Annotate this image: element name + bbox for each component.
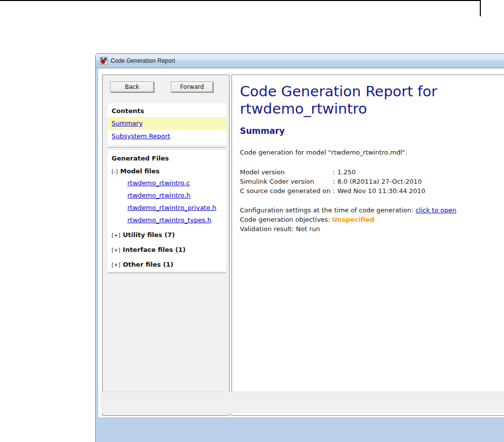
info-row-generated-on: C source code generated on:Wed Nov 10 11… <box>240 186 504 196</box>
sidebar-separator <box>108 147 226 148</box>
info-colon: : <box>333 186 335 196</box>
info-colon: : <box>333 167 335 177</box>
report-sidebar: Back Forward Contents Summary Subsystem … <box>102 75 230 416</box>
summary-info-table: Model version:1.250 Simulink Coder versi… <box>240 167 504 196</box>
page-border-top <box>0 0 481 1</box>
status-bar <box>101 392 504 413</box>
click-to-open-link[interactable]: click to open <box>416 206 457 214</box>
validation-result-line: Validation result: Not run <box>240 224 504 234</box>
file-link-rtwdemo-rtwintro-private-h[interactable]: rtwdemo_rtwintro_private.h <box>127 202 226 214</box>
expand-toggle-icon[interactable]: [+] <box>112 262 120 268</box>
file-link-rtwdemo-rtwintro-c[interactable]: rtwdemo_rtwintro.c <box>127 177 226 190</box>
info-row-coder-version: Simulink Coder version:8.0 (R2011a) 27-O… <box>240 177 504 186</box>
tree-group-interface-files: [+] Interface files (1) <box>108 241 226 256</box>
generated-files-panel: Generated Files [-] Model files rtwdemo_… <box>108 150 226 271</box>
simulink-report-icon <box>100 57 108 65</box>
code-generation-report-window: Code Generation Report Back Forward Cont… <box>95 53 504 442</box>
summary-intro-text: Code generation for model "rtwdemo_rtwin… <box>240 148 504 157</box>
tree-group-other-files: [+] Other files (1) <box>108 256 226 271</box>
file-link-rtwdemo-rtwintro-h[interactable]: rtwdemo_rtwintro.h <box>127 190 226 202</box>
objectives-line: Code generation objectives:Unspecified <box>240 215 504 224</box>
window-title: Code Generation Report <box>111 57 175 64</box>
tree-group-model-files: [-] Model files <box>108 164 226 177</box>
window-titlebar[interactable]: Code Generation Report <box>96 54 504 68</box>
info-label: C source code generated on <box>240 186 333 196</box>
tree-group-label: Model files <box>120 167 160 175</box>
summary-section-heading: Summary <box>240 126 504 136</box>
info-value: Wed Nov 10 11:30:44 2010 <box>337 186 425 196</box>
contents-heading: Contents <box>108 105 226 117</box>
expand-toggle-icon[interactable]: [+] <box>112 247 120 253</box>
file-link-rtwdemo-rtwintro-types-h[interactable]: rtwdemo_rtwintro_types.h <box>127 214 226 227</box>
objectives-label: Code generation objectives: <box>240 216 330 223</box>
sidebar-separator <box>108 273 226 273</box>
configuration-settings-line: Configuration settings at the time of co… <box>240 205 504 215</box>
contents-panel: Contents Summary Subsystem Report <box>108 103 226 145</box>
expand-toggle-icon[interactable]: [+] <box>112 232 120 239</box>
info-colon: : <box>333 177 335 186</box>
page-border-right <box>480 0 481 16</box>
window-client-area: Back Forward Contents Summary Subsystem … <box>98 69 504 417</box>
generated-files-heading: Generated Files <box>108 153 226 164</box>
tree-group-utility-files: [+] Utility files (7) <box>108 227 226 241</box>
contents-link-subsystem-report[interactable]: Subsystem Report <box>108 130 226 143</box>
info-label: Model version <box>240 167 333 177</box>
contents-link-summary[interactable]: Summary <box>108 117 226 130</box>
objectives-value: Unspecified <box>332 216 375 223</box>
info-value: 1.250 <box>337 167 355 177</box>
info-label: Simulink Coder version <box>240 177 333 186</box>
back-button[interactable]: Back <box>110 81 154 92</box>
configuration-settings-label: Configuration settings at the time of co… <box>240 206 414 214</box>
tree-group-label: Interface files (1) <box>123 246 186 253</box>
tree-group-label: Utility files (7) <box>123 231 175 239</box>
forward-button[interactable]: Forward <box>171 81 213 92</box>
collapse-toggle-icon[interactable]: [-] <box>112 168 118 175</box>
report-content-pane: Code Generation Report for rtwdemo_rtwin… <box>232 75 504 416</box>
info-row-model-version: Model version:1.250 <box>240 167 504 177</box>
report-title: Code Generation Report for rtwdemo_rtwin… <box>240 83 502 118</box>
tree-group-label: Other files (1) <box>123 261 173 268</box>
info-value: 8.0 (R2011a) 27-Oct-2010 <box>337 177 422 186</box>
